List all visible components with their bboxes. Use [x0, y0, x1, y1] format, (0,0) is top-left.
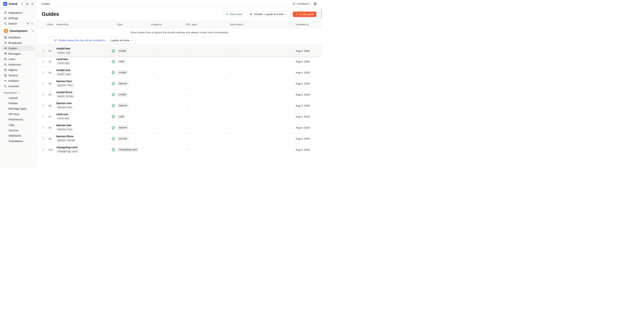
sidebar-item-messages[interactable]: Messages — [2, 51, 35, 56]
guide-updated-at: Aug 4, 2025 — [296, 126, 322, 129]
drag-handle-icon[interactable] — [42, 60, 44, 63]
avatar[interactable] — [313, 2, 317, 5]
feedback-label: Feedback? — [297, 2, 310, 5]
guide-url-path: - — [186, 148, 230, 151]
drag-handle-icon[interactable] — [42, 50, 44, 52]
guide-description: - — [230, 104, 296, 107]
developers-section-toggle[interactable]: Developers — [0, 90, 36, 95]
environment-switcher[interactable]: Development — [2, 28, 35, 34]
guide-name[interactable]: banner-one — [56, 102, 72, 105]
sidebar-item-settings[interactable]: Settings — [2, 15, 35, 21]
guide-description: - — [230, 82, 296, 85]
sidebar-item-api-keys[interactable]: API keys — [6, 111, 35, 117]
sidebar-item-sources[interactable]: Sources — [6, 128, 35, 133]
guide-updated-at: Aug 4, 2025 — [296, 49, 322, 52]
guide-url-path: - — [186, 93, 230, 96]
guide-key-chip: changelog-card — [56, 150, 78, 153]
drag-handle-icon[interactable] — [42, 71, 44, 74]
guide-row[interactable]: #3 modal-one modal-one modal - - - Aug — [37, 67, 322, 78]
sidebar-item-search[interactable]: Search ⌘ K — [2, 21, 35, 26]
throttle-divider-link[interactable]: Guides below this row will be throttled … — [54, 39, 105, 42]
guide-order: #8 — [47, 126, 56, 129]
throttle-dropdown-button[interactable]: Throttle: 1 guide at a time — [248, 11, 290, 17]
drag-handle-icon[interactable] — [42, 104, 44, 107]
megaphone-icon — [4, 41, 7, 44]
search-icon[interactable] — [31, 2, 34, 5]
sidebar-item-webhooks[interactable]: Webhooks — [6, 133, 35, 139]
drag-handle-icon[interactable] — [42, 137, 44, 140]
guide-row[interactable]: #10 changelog-card changelog-card change… — [37, 144, 322, 155]
guide-row[interactable]: #2 card-two card-two card - - - Aug 4, — [37, 56, 322, 67]
feedback-button[interactable]: Feedback? — [292, 2, 310, 5]
guide-row[interactable]: #1 modal-two modal-two modal - - - Aug — [37, 46, 322, 56]
sidebar-item-integrations[interactable]: Integrations — [2, 10, 35, 15]
table-header: Order Name/Key Type Audience URL path De… — [37, 21, 322, 28]
guide-type-chip: card — [117, 114, 126, 119]
sidebar-item-tenants[interactable]: Tenants — [2, 73, 35, 78]
guide-row[interactable]: #8 banner-two banner-two banner - - - A — [37, 122, 322, 133]
sidebar-item-objects[interactable]: Objects — [2, 67, 35, 73]
guide-url-path: - — [186, 71, 230, 74]
sidebar-item-label: Preferences — [8, 118, 23, 121]
guide-row[interactable]: #4 banner-four banner-four banner - - - — [37, 78, 322, 89]
topbar: Guides Feedback? — [37, 0, 322, 8]
guide-order: #9 — [47, 137, 56, 140]
drag-handle-icon[interactable] — [42, 115, 44, 118]
create-guide-button[interactable]: Create guide — [293, 11, 316, 17]
layers-icon — [4, 36, 7, 39]
sidebar-item-users[interactable]: Users — [2, 56, 35, 62]
guide-updated-at: Aug 4, 2025 — [296, 60, 322, 63]
guide-name[interactable]: modal-one — [56, 69, 70, 72]
chevron-down-icon — [18, 91, 20, 94]
sidebar-item-workflows[interactable]: Workflows — [2, 35, 35, 40]
sidebar-item-partials[interactable]: Partials — [6, 101, 35, 106]
sidebar-item-commits[interactable]: Commits — [2, 84, 35, 89]
throttle-value-select[interactable]: 1 guide at a time — [108, 37, 136, 43]
sidebar-item-translations[interactable]: Translations — [6, 139, 35, 144]
guide-order: #7 — [47, 115, 56, 118]
guide-row[interactable]: #9 banner-three banner-three banner - - … — [37, 133, 322, 144]
guide-type-chip: card — [117, 59, 126, 64]
sidebar-item-audiences[interactable]: Audiences — [2, 62, 35, 67]
guide-name[interactable]: banner-four — [56, 80, 72, 83]
throttle-button-label: Throttle: 1 guide at a time — [254, 13, 284, 16]
sidebar-item-analytics[interactable]: Analytics — [2, 78, 35, 84]
sidebar-item-preferences[interactable]: Preferences — [6, 117, 35, 122]
guide-name[interactable]: changelog-card — [56, 146, 77, 149]
guide-description: - — [230, 148, 296, 151]
guide-row[interactable]: #5 modal-three modal-three modal - - - — [37, 89, 322, 100]
sidebar-item-broadcasts[interactable]: Broadcasts — [2, 40, 35, 46]
guide-order: #2 — [47, 60, 56, 63]
guide-name[interactable]: card-one — [56, 113, 68, 116]
sidebar-item-layouts[interactable]: Layouts — [6, 95, 35, 101]
guide-name[interactable]: banner-two — [56, 124, 72, 127]
chevron-down-icon — [131, 39, 134, 42]
guide-name[interactable]: banner-three — [56, 135, 74, 138]
sidebar-item-guides[interactable]: Guides — [2, 46, 35, 51]
workspace-switcher-icon[interactable] — [21, 2, 24, 5]
ignore-throttle-dropzone[interactable]: Move guides here to ignore the throttle … — [37, 28, 322, 36]
drag-handle-icon[interactable] — [42, 82, 44, 85]
guide-row[interactable]: #7 card-one card-one card - - - Aug 4, — [37, 111, 322, 122]
building-icon — [4, 74, 7, 77]
sidebar-item-label: API keys — [8, 113, 19, 116]
guide-name[interactable]: modal-two — [56, 47, 70, 50]
guide-row[interactable]: #6 banner-one banner-one banner - - - A — [37, 100, 322, 111]
drag-handle-icon[interactable] — [42, 93, 44, 96]
sidebar-item-message-types[interactable]: Message types — [6, 106, 35, 111]
guide-name[interactable]: modal-three — [56, 91, 72, 94]
status-active-check-icon — [112, 93, 115, 96]
scrollbar-thumb[interactable] — [321, 9, 322, 19]
column-header-description: Description — [230, 23, 296, 26]
drag-handle-icon[interactable] — [42, 126, 44, 129]
column-header-order: Order — [47, 23, 56, 26]
sidebar-item-label: Messages — [8, 52, 21, 55]
column-header-type: Type — [112, 23, 151, 26]
guide-key-chip: modal-two — [56, 51, 72, 55]
sidebar-item-logs[interactable]: Logs — [6, 122, 35, 128]
guide-name[interactable]: card-two — [56, 58, 68, 61]
status-active-check-icon — [112, 148, 115, 152]
save-order-button[interactable]: Save order — [223, 11, 245, 17]
drag-handle-icon[interactable] — [42, 148, 44, 151]
notifications-bell-icon[interactable] — [26, 2, 29, 5]
